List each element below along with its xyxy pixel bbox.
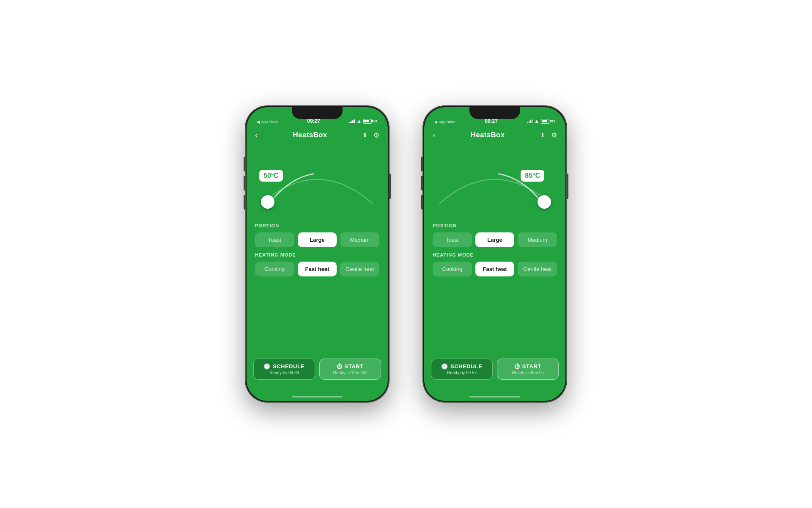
heating-gentle-2[interactable]: Gentle heat <box>518 262 557 276</box>
notch-2 <box>469 107 520 119</box>
status-bar-2: ◀ App Store 09:27 ▲ <box>424 107 565 126</box>
portion-group-2: Toast Large Medium <box>433 232 557 247</box>
battery-1 <box>363 119 372 124</box>
power-icon-1: ⏻ <box>337 363 343 370</box>
portion-medium-1[interactable]: Medium <box>340 232 379 247</box>
back-icon-2[interactable]: ‹ <box>433 131 435 140</box>
carrier-2: ◀ App Store <box>434 120 455 124</box>
nav-bar-2: ‹ HeatsBox ⬇ ⚙ <box>424 126 565 144</box>
time-1: 09:27 <box>307 118 320 124</box>
heating-group-1: Cooking Fast heat Gentle heat <box>255 262 379 276</box>
settings-icon-1[interactable]: ⚙ <box>373 131 379 139</box>
temp-badge-2: 85°C <box>521 170 544 182</box>
wifi-icon-1: ▲ <box>357 118 362 124</box>
temp-badge-1: 50°C <box>259 170 283 182</box>
settings-icon-2[interactable]: ⚙ <box>551 131 557 139</box>
status-bar-1: ◀ App Store 09:27 ▲ <box>247 107 388 126</box>
battery-2 <box>541 119 549 124</box>
portion-medium-2[interactable]: Medium <box>518 232 557 247</box>
time-2: 09:27 <box>485 118 498 124</box>
notch-1 <box>292 107 343 119</box>
heating-gentle-1[interactable]: Gentle heat <box>340 262 379 276</box>
download-icon-2[interactable]: ⬇ <box>540 132 545 138</box>
heating-group-2: Cooking Fast heat Gentle heat <box>433 262 557 276</box>
heating-label-1: HEATING MODE <box>255 252 379 257</box>
portion-group-1: Toast Large Medium <box>255 232 379 247</box>
start-label-1: START <box>345 363 364 370</box>
content-1: PORTION Toast Large Medium HEATING MODE … <box>247 218 388 278</box>
clock-icon-2: 🕐 <box>441 363 448 370</box>
arc-area-2: 85°C <box>424 144 565 218</box>
phone-1-screen: ◀ App Store 09:27 ▲ <box>247 107 388 401</box>
start-btn-1[interactable]: ⏻ START Ready in 12m 30s <box>319 359 381 380</box>
portion-toast-2[interactable]: Toast <box>433 232 472 247</box>
arc-area-1: 50°C <box>247 144 388 218</box>
heating-fast-1[interactable]: Fast heat <box>298 262 337 276</box>
start-label-2: START <box>522 363 541 370</box>
home-indicator-2 <box>424 392 565 401</box>
schedule-label-2: SCHEDULE <box>450 363 483 370</box>
bottom-area-1: 🕐 SCHEDULE Ready by 09:39 ⏻ START Ready … <box>247 352 388 392</box>
home-indicator-1 <box>247 392 388 401</box>
clock-icon-1: 🕐 <box>263 363 271 370</box>
status-icons-1: ▲ 91 <box>349 118 378 124</box>
schedule-sub-1: Ready by 09:39 <box>269 370 299 375</box>
heating-label-2: HEATING MODE <box>433 252 557 257</box>
content-2: PORTION Toast Large Medium HEATING MODE … <box>424 218 565 278</box>
phone-2-screen: ◀ App Store 09:27 ▲ <box>424 107 565 401</box>
slider-knob-2[interactable] <box>538 195 551 209</box>
battery-pct-1: 91 <box>373 119 378 123</box>
schedule-btn-2[interactable]: 🕐 SCHEDULE Ready by 09:57 <box>431 359 493 380</box>
heating-fast-2[interactable]: Fast heat <box>475 262 515 276</box>
signal-1 <box>349 119 355 123</box>
app-title-2: HeatsBox <box>471 131 505 139</box>
start-sub-1: Ready in 12m 30s <box>333 370 368 375</box>
phone-1-device: ◀ App Store 09:27 ▲ <box>245 106 389 402</box>
power-icon-2: ⏻ <box>514 363 520 370</box>
start-sub-2: Ready in 30m 0s <box>512 370 543 375</box>
schedule-btn-1[interactable]: 🕐 SCHEDULE Ready by 09:39 <box>253 359 315 380</box>
schedule-sub-2: Ready by 09:57 <box>447 370 477 375</box>
start-btn-2[interactable]: ⏻ START Ready in 30m 0s <box>497 359 559 380</box>
phone-2-device: ◀ App Store 09:27 ▲ <box>423 106 567 402</box>
wifi-icon-2: ▲ <box>534 118 539 124</box>
portion-label-2: PORTION <box>433 223 557 228</box>
battery-pct-2: 91 <box>551 119 555 123</box>
heating-cooking-1[interactable]: Cooking <box>255 262 294 276</box>
phone-2: ◀ App Store 09:27 ▲ <box>423 106 567 402</box>
back-icon-1[interactable]: ‹ <box>255 131 258 140</box>
phone-1: ◀ App Store 09:27 ▲ <box>245 106 389 402</box>
status-icons-2: ▲ 91 <box>527 118 555 124</box>
schedule-label-1: SCHEDULE <box>273 363 305 370</box>
app-title-1: HeatsBox <box>293 131 327 139</box>
download-icon-1[interactable]: ⬇ <box>362 132 368 138</box>
bottom-area-2: 🕐 SCHEDULE Ready by 09:57 ⏻ START Ready … <box>424 352 565 392</box>
portion-large-1[interactable]: Large <box>298 232 337 247</box>
slider-knob-1[interactable] <box>261 195 274 209</box>
nav-bar-1: ‹ HeatsBox ⬇ ⚙ <box>247 126 388 144</box>
heating-cooking-2[interactable]: Cooking <box>433 262 472 276</box>
signal-2 <box>527 119 532 123</box>
carrier-1: ◀ App Store <box>257 120 278 124</box>
portion-large-2[interactable]: Large <box>475 232 515 247</box>
portion-label-1: PORTION <box>255 223 379 228</box>
portion-toast-1[interactable]: Toast <box>255 232 294 247</box>
